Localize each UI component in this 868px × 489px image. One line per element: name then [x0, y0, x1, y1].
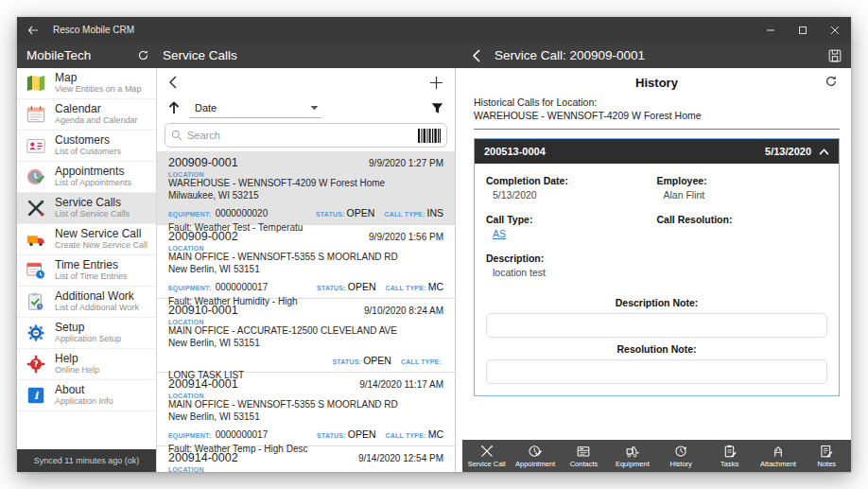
add-service-call-button[interactable]	[429, 76, 443, 90]
history-refresh-button[interactable]	[825, 75, 838, 88]
sidebar-item-additional-work[interactable]: Additional WorkList of Additional Work	[17, 287, 156, 318]
sidebar-item-map[interactable]: MapView Entities on a Map	[17, 68, 156, 99]
contacts-icon	[576, 444, 591, 459]
toolbar-service-call[interactable]: Service Call	[462, 440, 511, 472]
sidebar-spacer	[17, 411, 156, 449]
titlebar-back-button[interactable]	[17, 17, 49, 43]
resolution-note-input[interactable]	[486, 359, 827, 384]
save-button[interactable]	[828, 49, 842, 62]
search-box	[165, 123, 447, 148]
history-card-body: Completion Date: 5/13/2020 Employee: Ala…	[475, 164, 839, 395]
svg-text:?: ?	[33, 359, 38, 369]
call-type-label: Call Type:	[486, 214, 657, 225]
search-input[interactable]	[187, 130, 418, 141]
maximize-button[interactable]	[787, 17, 819, 43]
toolbar-contacts[interactable]: Contacts	[560, 440, 608, 472]
save-icon	[828, 49, 842, 62]
equipment-forklift-icon	[625, 444, 640, 459]
calendar-icon	[26, 104, 46, 125]
toolbar-label: Equipment	[616, 460, 650, 468]
minimize-icon	[766, 26, 775, 35]
status-label: STATUS:	[316, 211, 345, 218]
filter-funnel-icon	[431, 102, 443, 114]
title-bar: Resco Mobile CRM	[17, 17, 851, 43]
call-datetime: 9/14/2020 12:54 PM	[358, 453, 443, 463]
sidebar-item-sublabel: Agenda and Calendar	[55, 115, 138, 126]
minimize-button[interactable]	[755, 17, 787, 43]
sidebar-item-label: Setup	[55, 322, 121, 334]
sidebar-item-calendar[interactable]: CalendarAgenda and Calendar	[17, 99, 156, 131]
app-name[interactable]: MobileTech	[26, 48, 91, 62]
sidebar-item-label: Additional Work	[55, 290, 139, 303]
sidebar-item-about[interactable]: i AboutApplication Info	[17, 380, 156, 411]
status-value: OPEN	[347, 207, 375, 218]
history-card-header[interactable]: 200513-0004 5/13/2020	[475, 139, 839, 164]
call-type-label: CALL TYPE:	[386, 432, 426, 439]
historical-calls-location: WAREHOUSE - WENNSOFT-4209 W Forest Home	[474, 110, 840, 123]
appointments-icon	[26, 166, 46, 187]
call-type-label: CALL TYPE:	[384, 211, 425, 218]
sync-refresh-button[interactable]	[137, 49, 149, 61]
call-type-value: INS	[426, 207, 443, 218]
service-call-row[interactable]: 200910-00019/10/2020 8:24 AM LOCATION MA…	[157, 299, 455, 373]
sidebar-item-sublabel: Create New Service Call	[55, 240, 148, 251]
call-datetime: 9/10/2020 8:24 AM	[364, 306, 443, 316]
plus-icon	[429, 76, 443, 90]
toolbar-label: Service Call	[468, 460, 506, 468]
toolbar-history[interactable]: History	[657, 440, 705, 472]
equipment-label: EQUIPMENT:	[168, 432, 211, 439]
toolbar-attachment[interactable]: Attachment	[754, 440, 802, 472]
close-button[interactable]	[819, 17, 851, 43]
sidebar-item-appointments[interactable]: AppointmentsList of Appointments	[17, 162, 156, 193]
sidebar-item-customers[interactable]: CustomersList of Customers	[17, 131, 156, 162]
history-title: History	[635, 76, 678, 90]
description-note-label: Description Note:	[486, 297, 827, 308]
sidebar-item-label: About	[55, 384, 113, 396]
refresh-icon	[825, 75, 838, 88]
call-type-link[interactable]: AS	[493, 228, 506, 239]
completion-date-label: Completion Date:	[486, 175, 657, 186]
historical-calls-label: Historical Calls for Location:	[474, 96, 840, 110]
service-calls-icon	[26, 198, 46, 218]
sidebar-item-label: Calendar	[55, 103, 138, 115]
sort-field-dropdown[interactable]: Date	[189, 97, 321, 118]
nav-list-section: Service Calls	[157, 43, 462, 68]
toolbar-notes[interactable]: Notes	[803, 440, 851, 472]
notes-icon	[819, 444, 834, 459]
service-call-row[interactable]: 200909-00019/9/2020 1:27 PM LOCATION WAR…	[157, 151, 455, 225]
toolbar-equipment[interactable]: Equipment	[608, 440, 656, 472]
toolbar-label: Contacts	[570, 460, 599, 468]
sidebar-item-new-service-call[interactable]: New Service CallCreate New Service Call	[17, 224, 156, 255]
equipment-value: 0000000017	[216, 282, 269, 292]
detail-back-button[interactable]	[472, 49, 481, 62]
sidebar-item-label: Appointments	[55, 166, 131, 178]
status-label: STATUS:	[317, 432, 346, 439]
service-call-row[interactable]: 200909-00029/9/2020 1:56 PM LOCATION MAI…	[157, 225, 455, 299]
toolbar-appointment[interactable]: Appointment	[511, 440, 559, 472]
toolbar-label: Tasks	[720, 460, 738, 468]
about-icon: i	[26, 385, 46, 406]
sidebar-item-setup[interactable]: SetupApplication Setup	[17, 318, 156, 349]
chevron-up-icon	[819, 148, 829, 155]
sidebar-item-service-calls[interactable]: Service CallsList of Service Calls	[17, 193, 156, 224]
service-calls-list-panel: Date 200909-00019/9/2020 1:27 PM LOCATIO…	[157, 68, 456, 472]
sidebar-item-sublabel: Application Info	[55, 396, 113, 407]
list-back-button[interactable]	[168, 76, 178, 89]
description-value: location test	[486, 267, 657, 278]
chevron-left-icon	[472, 49, 481, 62]
call-address: WAREHOUSE - WENNSOFT-4209 W Forest Home	[168, 178, 443, 190]
sidebar-item-time-entries[interactable]: Time EntriesList of Time Entries	[17, 255, 156, 287]
nav-detail-section: Service Call: 200909-0001	[462, 43, 851, 68]
sort-ascending-button[interactable]	[168, 101, 180, 114]
description-note-input[interactable]	[486, 313, 827, 338]
location-label: LOCATION	[168, 245, 443, 252]
toolbar-tasks[interactable]: Tasks	[705, 440, 754, 472]
call-datetime: 9/9/2020 1:56 PM	[369, 232, 443, 242]
barcode-scan-icon[interactable]	[418, 129, 441, 143]
sidebar-item-help[interactable]: ? HelpOnline Help	[17, 349, 156, 380]
call-address: MAIN OFFICE - WENNSOFT-5355 S MOORLAND R…	[168, 252, 443, 264]
service-call-row[interactable]: 200914-00019/14/2020 11:17 AM LOCATION M…	[157, 373, 455, 446]
location-label: LOCATION	[168, 466, 443, 472]
filter-button[interactable]	[431, 102, 443, 114]
call-datetime: 9/9/2020 1:27 PM	[369, 158, 443, 168]
